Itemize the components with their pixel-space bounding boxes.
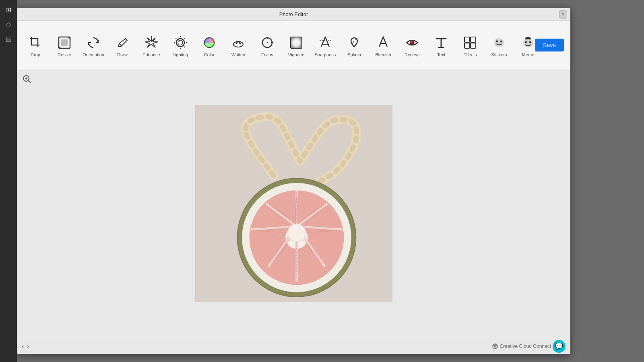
lighting-label: Lighting — [173, 52, 188, 57]
svg-point-10 — [267, 42, 268, 43]
whiten-icon — [230, 35, 246, 51]
draw-icon — [114, 35, 130, 51]
color-icon — [201, 35, 217, 51]
tool-sharpness[interactable]: Sharpness — [311, 25, 340, 65]
svg-point-32 — [529, 41, 531, 43]
lighting-icon — [172, 35, 188, 51]
blemish-icon — [375, 35, 391, 51]
svg-rect-0 — [31, 39, 38, 45]
tool-splash[interactable]: Splash — [340, 25, 369, 65]
meme-label: Meme — [522, 52, 535, 57]
tool-enhance[interactable]: Enhance — [137, 25, 166, 65]
effects-label: Effects — [463, 52, 477, 57]
svg-point-17 — [355, 39, 357, 40]
redeye-label: Redeye — [405, 52, 420, 57]
nav-forward-button[interactable]: › — [27, 343, 29, 350]
svg-text:Cc: Cc — [493, 345, 497, 349]
svg-rect-25 — [471, 43, 476, 48]
vignette-label: Vignette — [288, 52, 304, 57]
svg-point-7 — [236, 42, 237, 44]
resize-label: Resize — [58, 52, 71, 57]
svg-point-18 — [352, 38, 353, 39]
sidebar-icon-layers[interactable]: ▤ — [2, 32, 15, 45]
svg-point-19 — [410, 41, 414, 45]
tool-whiten[interactable]: Whiten — [224, 25, 253, 65]
svg-point-31 — [525, 41, 527, 43]
meme-icon — [520, 35, 536, 51]
resize-icon — [56, 35, 72, 51]
tool-redeye[interactable]: Redeye — [398, 25, 427, 65]
tool-orientation[interactable]: Orientation — [79, 25, 108, 65]
svg-rect-34 — [526, 37, 530, 39]
tool-crop[interactable]: Crop — [21, 25, 50, 65]
tool-stickers[interactable]: Stickers — [485, 25, 514, 65]
cc-connect: Cc Creative Cloud Connect 💬 — [492, 340, 566, 353]
text-icon — [433, 35, 449, 51]
crop-label: Crop — [31, 52, 40, 57]
sidebar-icon-shapes[interactable]: ◇ — [2, 18, 15, 31]
svg-point-60 — [288, 224, 305, 242]
zoom-icon[interactable] — [23, 75, 31, 86]
svg-point-8 — [239, 42, 241, 44]
sharpness-icon — [317, 35, 333, 51]
tool-items: Crop Resize — [21, 25, 566, 65]
svg-rect-24 — [464, 43, 470, 48]
tool-effects[interactable]: Effects — [456, 25, 485, 65]
tool-color[interactable]: Color — [195, 25, 224, 65]
sharpness-label: Sharpness — [315, 52, 336, 57]
draw-label: Draw — [117, 52, 128, 57]
tool-blemish[interactable]: Blemish — [369, 25, 398, 65]
svg-point-6 — [233, 41, 243, 47]
nav-back-button[interactable]: ‹ — [22, 343, 24, 350]
save-button[interactable]: Save — [535, 39, 564, 51]
svg-point-4 — [178, 40, 183, 45]
svg-rect-16 — [291, 37, 302, 48]
canvas-area — [17, 69, 570, 338]
sidebar-icon-grid[interactable]: ⊞ — [2, 3, 15, 16]
tool-lighting[interactable]: Lighting — [166, 25, 195, 65]
photo-frame — [195, 105, 392, 302]
splash-icon — [346, 35, 362, 51]
redeye-icon — [404, 35, 420, 51]
svg-line-36 — [28, 80, 31, 83]
svg-rect-2 — [61, 39, 68, 46]
svg-point-20 — [411, 41, 412, 42]
effects-icon — [462, 35, 478, 51]
focus-label: Focus — [261, 52, 273, 57]
svg-point-3 — [176, 39, 184, 47]
vignette-icon — [288, 35, 304, 51]
whiten-label: Whiten — [231, 52, 245, 57]
nav-arrows: ‹ › — [22, 343, 29, 350]
enhance-label: Enhance — [142, 52, 160, 57]
tool-text[interactable]: Text — [427, 25, 456, 65]
text-label: Text — [437, 52, 445, 57]
color-label: Color — [204, 52, 215, 57]
bottom-bar: ‹ › Cc Creative Cloud Connect 💬 — [17, 338, 570, 354]
orientation-label: Orientation — [83, 52, 104, 57]
title-bar: Photo Editor × — [17, 8, 570, 21]
toolbar: Crop Resize — [17, 21, 570, 69]
tool-vignette[interactable]: Vignette — [282, 25, 311, 65]
cc-label: Creative Cloud Connect — [500, 343, 551, 349]
crop-icon — [27, 35, 43, 51]
modal-title: Photo Editor — [279, 11, 308, 17]
tool-focus[interactable]: Focus — [253, 25, 282, 65]
svg-rect-22 — [464, 37, 470, 42]
orientation-icon — [85, 35, 101, 51]
svg-point-26 — [494, 39, 504, 47]
enhance-icon — [143, 35, 159, 51]
tool-draw[interactable]: Draw — [108, 25, 137, 65]
photo-editor-modal: Photo Editor × Crop — [17, 8, 570, 354]
splash-label: Splash — [347, 52, 361, 57]
tool-resize[interactable]: Resize — [50, 25, 79, 65]
app-sidebar: ⊞ ◇ ▤ — [0, 0, 17, 362]
svg-rect-23 — [471, 37, 476, 42]
stickers-icon — [491, 35, 507, 51]
stickers-label: Stickers — [491, 52, 507, 57]
svg-point-28 — [500, 40, 502, 42]
blemish-label: Blemish — [375, 52, 391, 57]
focus-icon — [259, 35, 275, 51]
close-button[interactable]: × — [559, 10, 567, 19]
cc-icon: Cc — [492, 343, 498, 350]
chat-button[interactable]: 💬 — [553, 340, 566, 353]
